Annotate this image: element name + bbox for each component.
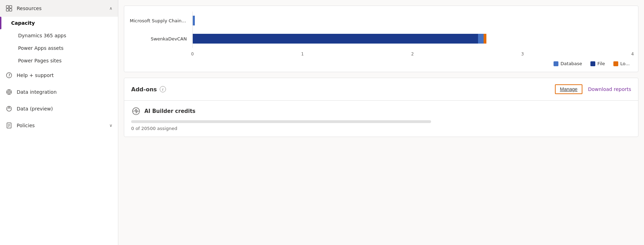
download-reports-link[interactable]: Download reports xyxy=(588,86,631,92)
x-label-4: 4 xyxy=(631,52,634,56)
help-label: Help + support xyxy=(17,72,112,78)
sidebar-item-capacity[interactable]: Capacity xyxy=(0,17,118,29)
sidebar-item-resources[interactable]: Resources ∧ xyxy=(0,0,118,17)
sidebar-item-powerpages[interactable]: Power Pages sites xyxy=(0,54,118,67)
legend-dot-database xyxy=(554,61,558,66)
legend-file: File xyxy=(590,61,605,66)
sidebar-item-help[interactable]: Help + support xyxy=(0,67,118,84)
help-icon xyxy=(6,72,13,79)
legend-database: Database xyxy=(554,61,582,66)
addons-info-icon[interactable]: i xyxy=(160,86,166,92)
bar-log-swenka xyxy=(484,34,486,44)
x-label-1: 1 xyxy=(301,52,304,56)
sidebar-item-data-preview[interactable]: Data (preview) xyxy=(0,100,118,117)
chart-label-supply-chain: Microsoft Supply Chain Center... xyxy=(130,18,192,23)
svg-rect-0 xyxy=(6,6,9,8)
addons-title: Add-ons i xyxy=(131,86,166,93)
ai-builder-header: AI Builder credits xyxy=(131,106,631,116)
manage-button[interactable]: Manage xyxy=(555,84,582,94)
dynamics365-label: Dynamics 365 apps xyxy=(18,33,66,38)
bar-swenka xyxy=(193,34,486,44)
policies-icon xyxy=(6,122,13,129)
addons-section: Add-ons i Manage Download reports xyxy=(124,78,638,137)
x-axis: 0 1 2 3 4 xyxy=(192,50,633,58)
powerpages-label: Power Pages sites xyxy=(18,58,62,63)
ai-builder-name: AI Builder credits xyxy=(144,108,196,114)
bar-supply-chain xyxy=(193,16,195,25)
policies-chevron: ∨ xyxy=(109,123,112,128)
resources-section: Resources ∧ Capacity Dynamics 365 apps P… xyxy=(0,0,118,67)
resources-chevron: ∧ xyxy=(109,6,112,11)
data-preview-icon xyxy=(6,105,13,112)
legend-dot-file xyxy=(590,61,595,66)
x-label-0: 0 xyxy=(191,52,194,56)
ai-builder-item: AI Builder credits 0 of 20500 assigned xyxy=(124,101,638,137)
bar-db-swenka xyxy=(478,34,484,44)
legend-label-log: Lo... xyxy=(620,61,630,66)
svg-rect-2 xyxy=(6,9,9,11)
chart-rows-container: Microsoft Supply Chain Center... SwenkaD… xyxy=(130,12,633,58)
resources-label: Resources xyxy=(17,6,105,11)
svg-point-19 xyxy=(135,110,137,112)
resources-icon xyxy=(6,5,13,12)
svg-rect-1 xyxy=(9,6,12,8)
ai-builder-count: 0 of 20500 assigned xyxy=(131,126,631,131)
chart-legend: Database File Lo... xyxy=(130,61,633,66)
sidebar-item-powerapps[interactable]: Power Apps assets xyxy=(0,42,118,54)
chart-bar-area-swenka xyxy=(192,30,633,48)
capacity-chart: Microsoft Supply Chain Center... SwenkaD… xyxy=(124,6,638,72)
svg-point-7 xyxy=(8,91,10,93)
bar-file-swenka xyxy=(193,34,478,44)
powerapps-label: Power Apps assets xyxy=(18,45,63,51)
data-integration-icon xyxy=(6,89,13,95)
addons-header: Add-ons i Manage Download reports xyxy=(124,78,638,101)
capacity-label: Capacity xyxy=(11,20,35,26)
sidebar-item-dynamics365[interactable]: Dynamics 365 apps xyxy=(0,29,118,42)
x-label-2: 2 xyxy=(411,52,414,56)
chart-row-swenka: SwenkaDevCAN xyxy=(130,30,633,48)
svg-point-5 xyxy=(9,77,9,77)
bar-db-supply-chain xyxy=(193,16,195,25)
legend-log: Lo... xyxy=(613,61,630,66)
svg-rect-3 xyxy=(9,9,12,11)
legend-label-database: Database xyxy=(560,61,582,66)
sidebar: Resources ∧ Capacity Dynamics 365 apps P… xyxy=(0,0,118,245)
legend-label-file: File xyxy=(597,61,605,66)
ai-builder-progress-bg xyxy=(131,120,431,123)
addons-actions: Manage Download reports xyxy=(555,84,631,94)
data-preview-label: Data (preview) xyxy=(17,106,112,112)
legend-dot-log xyxy=(613,61,618,66)
addons-title-text: Add-ons xyxy=(131,86,157,93)
x-label-3: 3 xyxy=(521,52,524,56)
chart-bar-area-supply-chain xyxy=(192,12,633,30)
sidebar-item-policies[interactable]: Policies ∨ xyxy=(0,117,118,134)
chart-row-supply-chain: Microsoft Supply Chain Center... xyxy=(130,12,633,30)
policies-label: Policies xyxy=(17,123,105,128)
main-content: Microsoft Supply Chain Center... SwenkaD… xyxy=(118,0,644,245)
chart-label-swenka: SwenkaDevCAN xyxy=(130,36,192,41)
data-integration-label: Data integration xyxy=(17,89,112,95)
ai-builder-icon xyxy=(131,106,141,116)
sidebar-item-data-integration[interactable]: Data integration xyxy=(0,84,118,100)
